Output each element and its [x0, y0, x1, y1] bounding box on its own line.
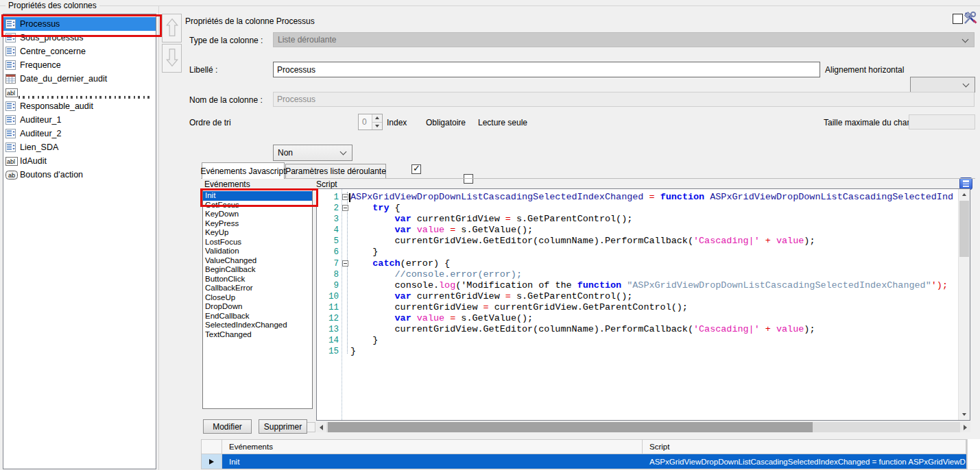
- script-cell[interactable]: ASPxGridViewDropDownListCascadingSelecte…: [643, 454, 966, 469]
- script-column-header[interactable]: Script: [643, 440, 966, 454]
- event-item[interactable]: DropDown: [203, 302, 312, 312]
- panel-title: Propriétés de la colonne Processus: [185, 16, 315, 26]
- chevron-down-icon: [340, 149, 347, 156]
- type-dropdown[interactable]: Liste déroulante: [273, 32, 975, 47]
- lecture-seule-checkbox[interactable]: [464, 174, 473, 184]
- column-item-label: Auditeur_2: [20, 129, 61, 138]
- event-item[interactable]: TextChanged: [203, 330, 312, 340]
- move-up-button[interactable]: [162, 14, 182, 42]
- line-number: 15: [317, 346, 341, 357]
- event-item[interactable]: KeyPress: [203, 219, 312, 229]
- index-spinner[interactable]: 0: [358, 114, 383, 130]
- event-item[interactable]: CallbackError: [203, 284, 312, 293]
- column-item-label: Centre_concerne: [20, 47, 86, 56]
- scrollbar-thumb[interactable]: [959, 201, 969, 257]
- nom-value: Processus: [277, 95, 315, 104]
- events-grid-row[interactable]: InitASPxGridViewDropDownListCascadingSel…: [202, 454, 966, 469]
- column-item-label: Boutons d'action: [20, 170, 83, 180]
- column-item[interactable]: abl: [3, 86, 156, 99]
- event-item[interactable]: ButtonClick: [203, 275, 312, 284]
- column-item-label: Frequence: [20, 60, 61, 70]
- type-value: Liste déroulante: [278, 35, 336, 45]
- obligatoire-checkbox[interactable]: [411, 164, 421, 174]
- scroll-up-icon[interactable]: [959, 189, 970, 200]
- fold-margin: [341, 247, 350, 258]
- column-item[interactable]: Date_du_dernier_audit: [3, 72, 156, 86]
- annotation-box-processus: [1, 14, 162, 37]
- fold-collapse-icon[interactable]: [342, 260, 348, 267]
- column-item[interactable]: Responsable_audit: [3, 99, 156, 113]
- code-line: 14 }: [317, 335, 970, 346]
- alignement-dropdown[interactable]: [910, 77, 975, 92]
- event-item[interactable]: KeyUp: [203, 228, 312, 238]
- scrollbar-thumb[interactable]: [328, 422, 813, 432]
- column-item[interactable]: ablIdAudit: [3, 154, 156, 168]
- events-list[interactable]: InitGotFocusKeyDownKeyPressKeyUpLostFocu…: [202, 190, 313, 409]
- combo-field-icon: [5, 129, 18, 138]
- combo-field-icon: [5, 60, 18, 70]
- window-checkbox[interactable]: [953, 14, 963, 24]
- fold-collapse-icon[interactable]: [342, 194, 348, 200]
- line-number: 13: [317, 324, 341, 335]
- event-item[interactable]: CloseUp: [203, 293, 312, 303]
- ordre-de-tri-dropdown[interactable]: Non: [273, 145, 352, 161]
- evenements-column-header[interactable]: Evénements: [222, 440, 643, 454]
- type-label: Type de la colonne :: [189, 36, 263, 45]
- event-item[interactable]: BeginCallback: [203, 265, 312, 275]
- scroll-right-icon[interactable]: [960, 422, 970, 432]
- editor-vertical-scrollbar[interactable]: [958, 189, 970, 420]
- code-line: 11 currentGridView = currentGridView.Get…: [317, 302, 970, 313]
- row-selector-cell[interactable]: [202, 454, 222, 469]
- editor-horizontal-scrollbar[interactable]: [316, 422, 970, 432]
- chevron-down-icon: [963, 81, 970, 88]
- spinner-down-button[interactable]: [372, 122, 382, 130]
- column-item[interactable]: abBoutons d'action: [3, 168, 156, 182]
- scroll-down-icon[interactable]: [959, 409, 970, 420]
- modifier-button[interactable]: Modifier: [203, 419, 252, 434]
- line-number: 8: [317, 269, 341, 280]
- column-item[interactable]: Auditeur_2: [3, 127, 156, 140]
- column-item[interactable]: Auditeur_1: [3, 113, 156, 127]
- event-item[interactable]: LostFocus: [203, 238, 312, 247]
- arrow-up-icon: [165, 16, 179, 40]
- event-item[interactable]: KeyDown: [203, 210, 312, 219]
- code-text: console.log('Modification of the functio…: [350, 280, 970, 291]
- scroll-left-icon[interactable]: [316, 422, 326, 432]
- event-item[interactable]: SelectedIndexChanged: [203, 321, 312, 330]
- tab-parametres-liste-deroulante[interactable]: Paramètres liste déroulante: [285, 164, 386, 178]
- code-text: var value = s.GetValue();: [350, 313, 970, 324]
- row-selector-header: [202, 440, 222, 454]
- lecture-seule-label: Lecture seule: [478, 118, 527, 127]
- svg-text:ab: ab: [8, 172, 15, 179]
- tab-evenements-javascript[interactable]: Evénements Javascript: [202, 162, 285, 179]
- libelle-value: Processus: [277, 65, 315, 75]
- code-lines: 1ASPxGridViewDropDownListCascadingSelect…: [317, 192, 970, 357]
- tools-icon[interactable]: [963, 11, 978, 27]
- event-item[interactable]: Validation: [203, 247, 312, 256]
- events-grid[interactable]: Evénements Script InitASPxGridViewDropDo…: [201, 439, 967, 469]
- fold-collapse-icon[interactable]: [342, 205, 348, 211]
- script-editor[interactable]: 1ASPxGridViewDropDownListCascadingSelect…: [316, 188, 970, 421]
- column-item[interactable]: Centre_concerne: [3, 45, 156, 58]
- event-cell[interactable]: Init: [222, 454, 643, 469]
- libelle-input[interactable]: Processus: [273, 62, 820, 77]
- column-item[interactable]: Lien_SDA: [3, 140, 156, 154]
- nom-label: Nom de la colonne :: [189, 95, 263, 105]
- events-grid-header: Evénements Script: [202, 440, 966, 454]
- code-line: 4 var value = s.GetValue();: [317, 225, 970, 236]
- event-item[interactable]: EndCallback: [203, 312, 312, 321]
- columns-list[interactable]: ProcessusSous_processusCentre_concerneFr…: [3, 14, 156, 469]
- nom-input: Processus: [273, 92, 975, 107]
- supprimer-button[interactable]: Supprimer: [259, 419, 307, 434]
- spinner-up-button[interactable]: [372, 114, 382, 122]
- move-down-button[interactable]: [162, 44, 182, 73]
- alignement-label: Alignement horizontal: [825, 65, 904, 75]
- fold-margin: [341, 258, 350, 269]
- text-caret: [349, 193, 350, 202]
- calendar-icon: [5, 74, 18, 84]
- column-item[interactable]: Frequence: [3, 58, 156, 72]
- fold-margin: [341, 346, 350, 357]
- code-text: currentGridView.GetEditor(columnName).Pe…: [350, 324, 970, 335]
- event-item[interactable]: ValueChanged: [203, 256, 312, 266]
- code-text: var currentGridView = s.GetParentControl…: [350, 214, 970, 225]
